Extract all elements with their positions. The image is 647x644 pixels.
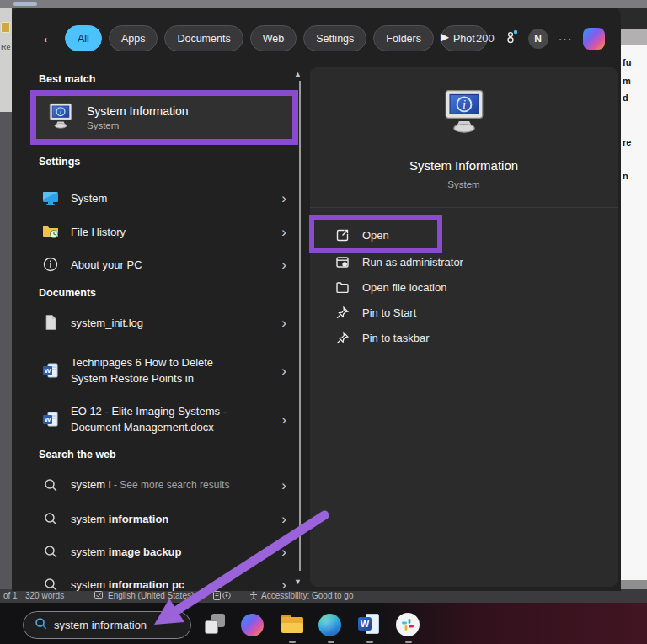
chevron-right-icon[interactable]: › [281,577,286,592]
svg-text:W: W [45,367,51,375]
back-button[interactable]: ← [40,28,57,47]
chevron-right-icon[interactable]: › [281,364,286,378]
chevron-right-icon[interactable]: › [281,545,286,559]
web-suggestion-text: system information [71,511,168,527]
web-suggestion-row[interactable]: system image backup › [32,535,288,568]
background-ribbon-strip [0,0,647,8]
action-label: Pin to taskbar [362,332,430,344]
scrollbar[interactable] [299,81,301,571]
folder-icon [334,280,350,295]
ribbon-text-fragment: Re [1,43,11,51]
doc-text-fragment: d [623,93,628,103]
taskbar: system information W [0,603,647,644]
chevron-right-icon[interactable]: › [281,258,286,272]
edge-icon[interactable] [318,614,344,639]
word-ribbon-fragment [621,29,647,45]
result-row-about-pc[interactable]: About your PC › [32,247,288,281]
result-label: Technipages 6 How to DeleteSystem Restor… [71,354,213,386]
word-status-bar: of 1 320 words English (United States) A… [0,589,647,603]
running-indicator [366,641,373,643]
accessibility-icon[interactable] [249,591,258,602]
result-row-word-doc[interactable]: W Technipages 6 How to DeleteSystem Rest… [32,349,288,392]
web-suggestion-row[interactable]: system i - See more search results › [32,468,288,502]
highlight-box-open [309,215,442,253]
word-taskbar-icon[interactable]: W [357,612,382,637]
panel-header-right: 200 N ··· [476,25,605,51]
copilot-taskbar-icon[interactable] [241,614,266,639]
doc-text-fragment: n [623,171,628,181]
action-label: Pin to Start [362,306,416,319]
search-icon [40,577,61,592]
tab-folders[interactable]: Folders [373,25,434,51]
web-suggestion-row[interactable]: system information › [32,502,288,535]
best-match-title: System Information [87,104,189,118]
result-row-file-history[interactable]: File History › [32,215,288,248]
search-icon [40,478,61,492]
doc-text-fragment: fu [623,57,631,67]
search-filter-tabs: All Apps Documents Web Settings Folders … [65,25,488,51]
word-window-left-lower [0,112,12,589]
taskbar-search-icon [35,617,47,633]
focus-mode-icon[interactable] [213,591,232,602]
best-match-result[interactable]: i System Information System [30,90,298,145]
taskbar-search-input[interactable]: system information [54,619,147,631]
result-label: File History [71,224,126,240]
search-flyout-panel: ← All Apps Documents Web Settings Folder… [12,8,621,591]
chevron-right-icon[interactable]: › [281,191,286,205]
web-suggestion-text: system i - See more search results [71,476,229,493]
taskbar-search-box[interactable]: system information [23,611,191,639]
tab-documents[interactable]: Documents [164,25,243,51]
system-settings-icon [40,189,61,206]
chevron-right-icon[interactable]: › [281,412,286,427]
slack-icon[interactable] [396,613,421,638]
chevron-right-icon[interactable]: › [281,512,286,526]
preview-subtitle: System [310,179,618,189]
action-label: Open file location [362,281,446,294]
chevron-right-icon[interactable]: › [281,225,286,239]
result-label: System [71,190,107,206]
result-row-log-file[interactable]: system_init.log › [32,306,288,339]
log-file-icon [40,314,61,331]
tabs-overflow-button[interactable]: ▶ [441,30,449,43]
result-row-system[interactable]: System › [32,181,288,215]
scroll-down-icon[interactable]: ▼ [294,577,302,586]
file-explorer-icon[interactable] [280,612,305,637]
tab-all[interactable]: All [65,25,102,51]
doc-text-fragment: re [623,137,631,147]
running-indicator [289,641,296,643]
status-word-count[interactable]: 320 words [25,591,64,600]
svg-text:i: i [462,98,465,111]
action-pin-to-start[interactable]: Pin to Start [324,300,602,325]
rewards-icon[interactable] [505,29,518,48]
chevron-right-icon[interactable]: › [281,478,286,492]
result-row-word-doc[interactable]: W EO 12 - Elite Imaging Systems -Documen… [32,397,288,441]
system-information-icon: i [46,102,75,134]
info-circle-icon [40,257,61,272]
tab-apps[interactable]: Apps [109,25,158,51]
more-options-button[interactable]: ··· [559,32,573,45]
svg-text:W: W [45,416,51,423]
section-header-documents: Documents [39,287,96,299]
chevron-right-icon[interactable]: › [281,316,286,330]
section-header-best-match: Best match [39,73,95,85]
tab-web[interactable]: Web [250,25,297,51]
search-icon [40,545,61,559]
divider [310,207,618,208]
action-open-file-location[interactable]: Open file location [324,274,602,300]
status-page-count: of 1 [3,591,18,600]
proofing-icon[interactable] [94,591,103,602]
web-suggestion-row[interactable]: system information pc › [32,567,288,591]
status-accessibility[interactable]: Accessibility: Good to go [261,591,354,600]
action-label: Run as administrator [362,256,463,269]
action-pin-to-taskbar[interactable]: Pin to taskbar [324,325,602,350]
account-avatar[interactable]: N [528,29,548,49]
pin-icon [334,306,350,320]
admin-shield-icon [334,255,350,269]
status-language[interactable]: English (United States) [108,591,194,600]
tab-settings[interactable]: Settings [303,25,366,51]
pin-icon [334,331,350,345]
scroll-up-icon[interactable]: ▲ [294,70,302,78]
task-view-icon[interactable] [202,612,227,637]
copilot-icon[interactable] [583,28,605,50]
preview-title: System Information [310,158,618,173]
